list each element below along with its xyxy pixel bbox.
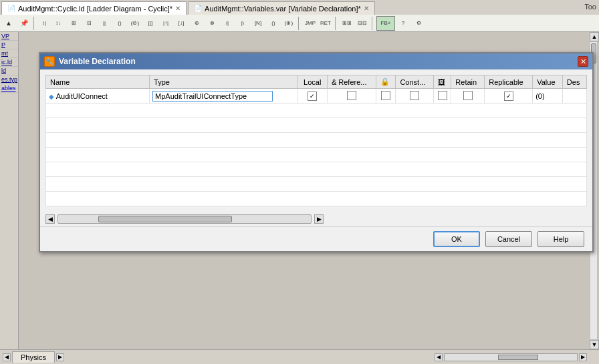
toolbar-btn-8[interactable]: [|]	[143, 16, 158, 31]
type-input-field[interactable]	[152, 91, 273, 102]
img-checkbox[interactable]	[438, 91, 447, 100]
toolbar-btn-help[interactable]: ?	[396, 16, 410, 31]
empty-row-2	[46, 118, 587, 133]
toolbar-btn-3[interactable]: ⊞	[66, 16, 81, 31]
row-img-cell[interactable]	[433, 89, 451, 104]
tab-ladder[interactable]: 📄 AuditMgmt::Cyclic.ld [Ladder Diagram -…	[1, 1, 187, 15]
scroll-up-arrow[interactable]: ▲	[590, 32, 599, 41]
row-type-cell[interactable]	[150, 89, 298, 104]
nav-item-icld[interactable]: ic.ld	[0, 58, 18, 67]
toolbar-btn-13[interactable]: /|	[220, 16, 235, 31]
toolbar-pin-btn[interactable]: 📌	[17, 16, 31, 31]
tab-variables-close[interactable]: ✕	[364, 5, 369, 12]
row-name-value: AuditUIConnect	[56, 92, 108, 100]
toolbar-btn-4[interactable]: ⊟	[82, 16, 96, 31]
tab-ladder-close[interactable]: ✕	[175, 5, 181, 12]
toolbar-btn-9[interactable]: |↑|	[158, 16, 173, 31]
cancel-button[interactable]: Cancel	[485, 231, 532, 247]
nav-item-p[interactable]: P	[0, 41, 18, 49]
bottom-bar: ◀ Physics ▶ ◀ ▶	[0, 349, 599, 364]
toolbar-btn-2[interactable]: ↕↓	[51, 16, 66, 31]
toolbar-btn-1[interactable]: ↕|	[38, 16, 50, 31]
col-header-retain: Retain	[451, 75, 485, 89]
left-nav-panel: VP P mt ic.ld ld es.typ ables	[0, 32, 19, 349]
row-local-cell[interactable]	[297, 89, 327, 104]
toolbar-arrow-btn[interactable]: ▲	[1, 16, 16, 31]
scrollbar-thumb[interactable]	[98, 216, 232, 222]
nav-item-mt[interactable]: mt	[0, 49, 18, 58]
const-checkbox[interactable]	[410, 91, 419, 100]
ref-checkbox[interactable]	[347, 91, 356, 100]
horizontal-scrollbar[interactable]	[57, 214, 312, 224]
tab-ladder-label: AuditMgmt::Cyclic.ld [Ladder Diagram - C…	[18, 5, 172, 13]
row-replicable-cell[interactable]	[485, 89, 533, 104]
bottom-tab-physics[interactable]: Physics	[12, 351, 55, 363]
toolbar-btn-18[interactable]: ⊞⊞	[340, 16, 354, 31]
row-ref-cell[interactable]	[327, 89, 376, 104]
replicable-checkbox[interactable]	[504, 92, 513, 101]
empty-row-7	[46, 192, 587, 206]
h-scroll-left-bottom[interactable]: ◀	[435, 353, 443, 361]
too-label: Too	[582, 0, 599, 13]
local-checkbox[interactable]	[308, 92, 317, 101]
empty-row-1	[46, 104, 587, 118]
row-lock-cell[interactable]	[376, 89, 396, 104]
row-name-cell: ◆ AuditUIConnect	[46, 89, 150, 104]
toolbar-btn-6[interactable]: ()	[112, 16, 127, 31]
lock-checkbox[interactable]	[381, 91, 390, 100]
col-header-ref: & Refere...	[327, 75, 376, 89]
row-retain-cell[interactable]	[451, 89, 485, 104]
nav-item-ables[interactable]: ables	[0, 84, 18, 93]
dialog-titlebar[interactable]: 🔧 Variable Declaration ✕	[40, 53, 592, 69]
col-header-lock: 🔒	[376, 75, 396, 89]
row-value-text: (0)	[535, 92, 544, 100]
content-area: Language AuditUIConnect ADR UIConnect 🔧 …	[19, 32, 599, 349]
bottom-hscrollbar[interactable]	[444, 353, 578, 361]
toolbar-btn-7[interactable]: (⊘)	[128, 16, 142, 31]
tab-variables[interactable]: 📄 AuditMgmt::Variables.var [Variable Dec…	[188, 1, 375, 15]
toolbar-btn-11[interactable]: ⊕	[189, 16, 204, 31]
dialog-body: Name Type Local & Refere... 🔒 Const... 🖼…	[40, 69, 592, 212]
toolbar-btn-fb[interactable]: FB+	[376, 16, 395, 31]
toolbar-btn-jmp[interactable]: JMP	[303, 16, 318, 31]
toolbar-btn-5[interactable]: ||	[97, 16, 112, 31]
col-header-des: Des	[562, 75, 586, 89]
toolbar-btn-14[interactable]: |\	[235, 16, 250, 31]
toolbar-btn-16[interactable]: ()	[266, 16, 281, 31]
tab-variables-icon: 📄	[194, 5, 202, 12]
scroll-down-arrow[interactable]: ▼	[590, 340, 599, 349]
ok-button[interactable]: OK	[433, 231, 480, 247]
row-const-cell[interactable]	[396, 89, 433, 104]
toolbar-btn-12[interactable]: ⊗	[205, 16, 219, 31]
h-scroll-right-bottom[interactable]: ▶	[579, 353, 587, 361]
retain-checkbox[interactable]	[463, 91, 473, 100]
toolbar-btn-10[interactable]: [↓]	[174, 16, 189, 31]
empty-row-4	[46, 148, 587, 162]
nav-item-ld[interactable]: ld	[0, 67, 18, 75]
bottom-scroll-right[interactable]: ▶	[56, 353, 64, 361]
dialog-title-icon: 🔧	[44, 56, 55, 67]
bottom-scroll-left[interactable]: ◀	[3, 353, 11, 361]
toolbar-btn-ret[interactable]: RET	[318, 16, 333, 31]
toolbar-btn-15[interactable]: [N]	[251, 16, 265, 31]
nav-item-vp[interactable]: VP	[0, 32, 18, 41]
help-button[interactable]: Help	[537, 231, 584, 247]
scroll-right-arrow[interactable]: ▶	[314, 214, 324, 224]
table-row: ◆ AuditUIConnect	[46, 89, 587, 104]
variable-declaration-dialog: 🔧 Variable Declaration ✕ Name Type Local…	[39, 52, 594, 252]
row-desc-cell	[562, 89, 586, 104]
tab-ladder-icon: 📄	[7, 5, 15, 12]
col-header-name: Name	[46, 75, 150, 89]
dialog-footer: OK Cancel Help	[40, 226, 592, 251]
empty-row-6	[46, 177, 587, 192]
col-header-img: 🖼	[433, 75, 451, 89]
nav-item-estyp[interactable]: es.typ	[0, 75, 18, 84]
dialog-close-button[interactable]: ✕	[578, 56, 588, 67]
scroll-left-arrow[interactable]: ◀	[45, 214, 55, 224]
toolbar-btn-gear[interactable]: ⚙	[411, 16, 426, 31]
tab-variables-label: AuditMgmt::Variables.var [Variable Decla…	[205, 5, 361, 13]
col-header-replicable: Replicable	[485, 75, 533, 89]
bottom-hscrollbar-thumb[interactable]	[498, 355, 538, 360]
toolbar-btn-19[interactable]: ⊟⊟	[355, 16, 370, 31]
toolbar-btn-17[interactable]: (⊕)	[281, 16, 296, 31]
